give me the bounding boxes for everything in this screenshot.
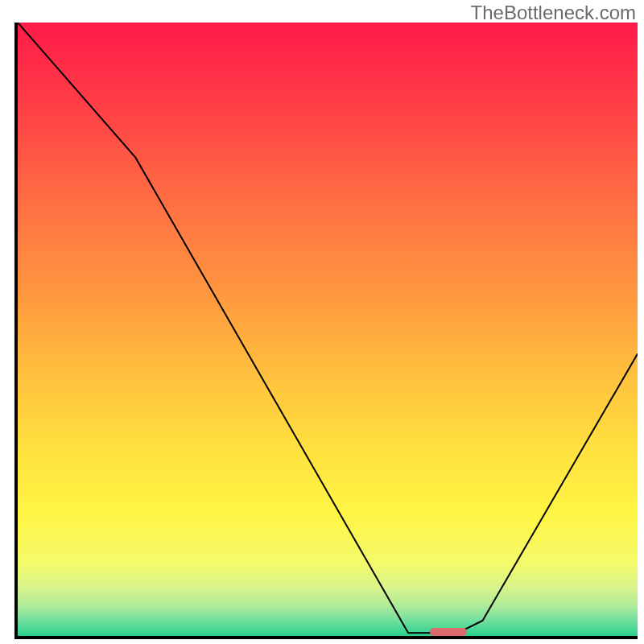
optimal-marker (430, 628, 467, 636)
bottleneck-curve (18, 23, 638, 636)
watermark-label: TheBottleneck.com (471, 2, 636, 24)
plot-area (14, 23, 638, 639)
chart-frame: TheBottleneck.com (0, 0, 644, 644)
curve-path (18, 23, 638, 633)
